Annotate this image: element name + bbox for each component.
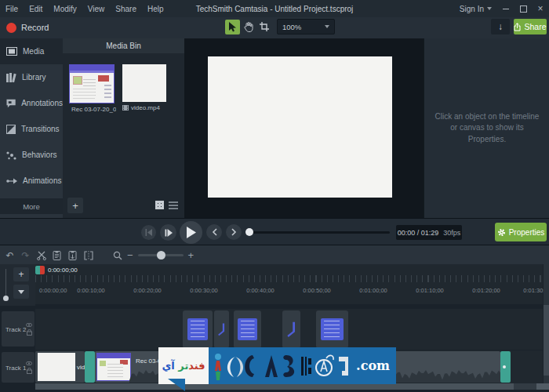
media-bin-item-recording[interactable]: Rec 03-07-20_0... [69, 64, 116, 113]
hand-icon [244, 22, 253, 32]
playhead-marker[interactable] [35, 266, 45, 274]
pan-tool-button[interactable] [241, 20, 256, 34]
timeline-zoom-in-button[interactable]: + [188, 249, 195, 261]
preview-canvas[interactable] [208, 56, 392, 198]
annotation-clip[interactable] [214, 310, 229, 348]
video-clip-thumbnail [38, 353, 75, 381]
more-label: More [23, 202, 40, 211]
annotation-clip[interactable] [282, 310, 300, 348]
undo-button[interactable]: ↶ [4, 249, 16, 261]
main-toolbar: Record 100% ↓ Share [0, 17, 549, 40]
share-button[interactable]: Share [514, 19, 547, 34]
eye-icon[interactable] [26, 361, 32, 365]
video-clip-label: video [77, 364, 85, 371]
sidebar-item-behaviors[interactable]: Behaviors [0, 142, 63, 168]
minimize-button[interactable] [497, 0, 514, 17]
download-icon: ↓ [498, 21, 503, 32]
timeline-horizontal-scrollbar[interactable] [35, 383, 543, 390]
media-bin-header-tab[interactable]: Media Bin [63, 38, 184, 53]
sidebar-item-animations[interactable]: Animations [0, 168, 63, 194]
menu-file[interactable]: File [0, 5, 24, 13]
track-2-header[interactable]: Track 2 [2, 311, 35, 347]
timeline-vertical-scrollbar[interactable] [544, 264, 549, 383]
restore-button[interactable] [514, 0, 532, 17]
annotation-clip[interactable] [234, 310, 261, 348]
step-forward-button[interactable] [160, 224, 176, 241]
crop-tool-button[interactable] [256, 20, 271, 34]
media-bin-item-video[interactable]: video.mp4 [122, 64, 169, 111]
add-media-button[interactable]: + [67, 198, 83, 213]
properties-button[interactable]: Properties [495, 223, 547, 241]
track-height-slider-thumb[interactable] [3, 296, 9, 301]
sidebar-item-library[interactable]: Library [0, 64, 63, 90]
annotation-clip[interactable] [183, 310, 213, 348]
timeline-zoom-thumb[interactable] [157, 251, 165, 260]
horizontal-scrollbar-thumb[interactable] [35, 383, 514, 390]
video-clip[interactable]: video [35, 351, 85, 383]
sign-in-label: Sign In [460, 5, 484, 13]
add-track-button[interactable]: + [13, 267, 29, 281]
lock-icon[interactable] [27, 329, 32, 336]
grid-view-button[interactable] [155, 201, 164, 209]
jump-back-button[interactable] [206, 224, 222, 240]
jump-forward-button[interactable] [226, 224, 242, 240]
playhead-time-label: 0:00:00;00 [48, 267, 78, 274]
sign-in-button[interactable]: Sign In [454, 5, 497, 13]
sidebar-item-media[interactable]: Media [0, 38, 63, 64]
cut-button[interactable] [35, 249, 47, 261]
seek-slider-thumb[interactable] [245, 228, 253, 236]
cursor-tool-button[interactable] [225, 20, 240, 34]
ruler-label: 0:01:00;00 [359, 287, 387, 294]
playhead-out-handle[interactable] [40, 266, 45, 274]
clip-right-handle[interactable] [500, 351, 511, 383]
video-thumbnail [122, 64, 166, 102]
callout-shape [187, 318, 209, 340]
timeline-zoom-slider[interactable] [138, 254, 184, 256]
canvas-zoom-select[interactable]: 100% [277, 19, 335, 34]
collapse-tracks-button[interactable] [13, 285, 29, 299]
sidebar-item-label: Transitions [21, 125, 60, 133]
split-button[interactable] [82, 249, 94, 261]
play-button[interactable] [180, 221, 202, 244]
copy-button[interactable] [51, 249, 63, 261]
track-1-header[interactable]: Track 1 [2, 352, 35, 383]
watermark-logo-banner: .com [209, 347, 396, 384]
menu-help[interactable]: Help [142, 5, 169, 13]
step-forward-icon [165, 229, 173, 237]
menu-modify[interactable]: Modify [48, 5, 82, 13]
timeline-zoom-out-button[interactable]: − [127, 249, 133, 261]
watermark-ribbon-fold [168, 379, 185, 391]
list-view-button[interactable] [169, 201, 178, 209]
media-icon [6, 47, 17, 56]
callout-shape [321, 318, 344, 340]
site-watermark: فندتر آي .com [158, 347, 396, 384]
recording-clip-thumbnail [96, 353, 131, 381]
sidebar-item-transitions[interactable]: Transitions [0, 116, 63, 142]
film-icon [122, 105, 129, 111]
clip-left-handle[interactable] [85, 351, 95, 383]
annotation-clip[interactable] [316, 310, 348, 348]
track-2-lane[interactable] [35, 309, 543, 350]
eye-icon[interactable] [26, 323, 32, 327]
record-button[interactable]: Record [6, 20, 49, 35]
vertical-scrollbar-thumb[interactable] [544, 305, 549, 376]
ruler-label: 0:01:10;00 [416, 287, 443, 294]
previous-frame-button[interactable] [141, 225, 156, 240]
timeline-ruler[interactable]: 0:00:00;00 0:00:00;00 0:00:10;00 0:00:20… [35, 264, 543, 304]
sidebar-item-annotations[interactable]: Annotations [0, 90, 63, 116]
sidebar-more-button[interactable]: More [0, 198, 63, 214]
transitions-icon [6, 125, 16, 134]
paste-button[interactable] [67, 249, 78, 261]
lock-icon[interactable] [27, 368, 32, 374]
record-label: Record [21, 23, 49, 32]
chevron-left-icon [212, 228, 217, 236]
menu-view[interactable]: View [82, 5, 111, 13]
sidebar-item-label: Media [23, 47, 44, 56]
menu-share[interactable]: Share [110, 5, 142, 13]
menu-edit[interactable]: Edit [24, 5, 48, 13]
download-button[interactable]: ↓ [491, 19, 510, 34]
redo-button[interactable]: ↷ [20, 249, 31, 261]
time-display: 00:00 / 01:29 30fps [396, 225, 462, 240]
close-button[interactable]: × [532, 0, 549, 17]
seek-slider-track[interactable] [249, 231, 390, 234]
